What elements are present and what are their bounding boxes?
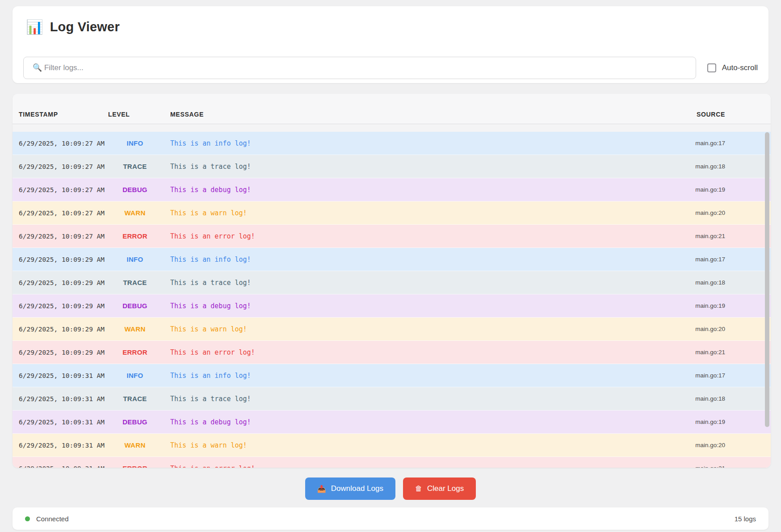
source-cell: main.go:20: [639, 442, 764, 448]
timestamp-cell: 6/29/2025, 10:09:27 AM: [19, 186, 106, 193]
level-badge: TRACE: [106, 279, 164, 286]
message-cell: This is a debug log!: [164, 186, 639, 194]
trash-icon: 🗑: [415, 485, 422, 493]
connected-dot-icon: [25, 516, 30, 521]
connection-status-label: Connected: [36, 515, 69, 523]
source-cell: main.go:21: [639, 349, 764, 356]
message-cell: This is an info log!: [164, 256, 639, 264]
download-logs-label: Download Logs: [331, 484, 383, 493]
message-cell: This is an error log!: [164, 232, 639, 240]
source-cell: main.go:17: [639, 256, 764, 263]
clear-logs-label: Clear Logs: [427, 484, 464, 493]
message-cell: This is an error log!: [164, 465, 639, 468]
bar-chart-icon: 📊: [26, 20, 43, 34]
timestamp-cell: 6/29/2025, 10:09:31 AM: [19, 442, 106, 449]
source-cell: main.go:18: [639, 279, 764, 286]
source-cell: main.go:17: [639, 140, 764, 147]
timestamp-cell: 6/29/2025, 10:09:27 AM: [19, 163, 106, 170]
actions-row: 📥 Download Logs 🗑 Clear Logs: [0, 478, 781, 500]
log-row: 6/29/2025, 10:09:29 AM TRACE This is a t…: [13, 271, 771, 294]
source-cell: main.go:18: [639, 395, 764, 402]
autoscroll-checkbox[interactable]: [707, 63, 716, 72]
log-row: 6/29/2025, 10:09:31 AM TRACE This is a t…: [13, 387, 771, 411]
log-table: TIMESTAMP LEVEL MESSAGE SOURCE 6/29/2025…: [13, 94, 771, 468]
connection-status: Connected: [25, 515, 69, 523]
log-row: 6/29/2025, 10:09:29 AM WARN This is a wa…: [13, 318, 771, 341]
level-badge: WARN: [106, 325, 164, 333]
timestamp-cell: 6/29/2025, 10:09:29 AM: [19, 326, 106, 333]
message-cell: This is an info log!: [164, 372, 639, 380]
message-cell: This is a warn log!: [164, 441, 639, 449]
timestamp-cell: 6/29/2025, 10:09:31 AM: [19, 465, 106, 468]
column-header-source: SOURCE: [639, 111, 764, 118]
source-cell: main.go:19: [639, 419, 764, 425]
level-badge: TRACE: [106, 395, 164, 402]
timestamp-cell: 6/29/2025, 10:09:31 AM: [19, 419, 106, 426]
source-cell: main.go:19: [639, 186, 764, 193]
timestamp-cell: 6/29/2025, 10:09:27 AM: [19, 209, 106, 217]
level-badge: DEBUG: [106, 418, 164, 426]
source-cell: main.go:18: [639, 163, 764, 170]
source-cell: main.go:20: [639, 209, 764, 216]
scrollbar-thumb[interactable]: [765, 132, 769, 427]
timestamp-cell: 6/29/2025, 10:09:29 AM: [19, 349, 106, 356]
log-row: 6/29/2025, 10:09:31 AM DEBUG This is a d…: [13, 411, 771, 434]
header-card: 📊 Log Viewer Auto-scroll: [13, 6, 768, 83]
log-row: 6/29/2025, 10:09:27 AM ERROR This is an …: [13, 225, 771, 248]
log-row: 6/29/2025, 10:09:31 AM ERROR This is an …: [13, 457, 771, 468]
autoscroll-label: Auto-scroll: [722, 63, 758, 72]
message-cell: This is a trace log!: [164, 279, 639, 287]
log-row: 6/29/2025, 10:09:27 AM DEBUG This is a d…: [13, 178, 771, 201]
filter-logs-input[interactable]: [23, 57, 696, 79]
message-cell: This is a trace log!: [164, 163, 639, 171]
source-cell: main.go:21: [639, 465, 764, 468]
message-cell: This is an error log!: [164, 348, 639, 356]
log-row: 6/29/2025, 10:09:27 AM WARN This is a wa…: [13, 201, 771, 225]
column-header-level: LEVEL: [106, 111, 164, 118]
message-cell: This is a warn log!: [164, 209, 639, 217]
level-badge: INFO: [106, 372, 164, 379]
log-row: 6/29/2025, 10:09:31 AM WARN This is a wa…: [13, 434, 771, 457]
level-badge: WARN: [106, 209, 164, 217]
log-row: 6/29/2025, 10:09:27 AM TRACE This is a t…: [13, 155, 771, 178]
search-row: Auto-scroll: [23, 57, 758, 79]
source-cell: main.go:21: [639, 233, 764, 239]
message-cell: This is an info log!: [164, 139, 639, 147]
log-row: 6/29/2025, 10:09:29 AM ERROR This is an …: [13, 341, 771, 364]
level-badge: DEBUG: [106, 186, 164, 193]
source-cell: main.go:20: [639, 326, 764, 332]
clear-logs-button[interactable]: 🗑 Clear Logs: [403, 478, 476, 500]
timestamp-cell: 6/29/2025, 10:09:31 AM: [19, 395, 106, 402]
title-row: 📊 Log Viewer: [13, 6, 768, 34]
level-badge: WARN: [106, 441, 164, 449]
message-cell: This is a debug log!: [164, 302, 639, 310]
level-badge: INFO: [106, 256, 164, 263]
log-row: 6/29/2025, 10:09:29 AM INFO This is an i…: [13, 248, 771, 271]
message-cell: This is a trace log!: [164, 395, 639, 403]
level-badge: ERROR: [106, 465, 164, 468]
timestamp-cell: 6/29/2025, 10:09:29 AM: [19, 256, 106, 263]
table-header-row: TIMESTAMP LEVEL MESSAGE SOURCE: [13, 94, 771, 124]
level-badge: INFO: [106, 139, 164, 147]
timestamp-cell: 6/29/2025, 10:09:27 AM: [19, 140, 106, 147]
timestamp-cell: 6/29/2025, 10:09:27 AM: [19, 233, 106, 240]
page-title: Log Viewer: [50, 20, 120, 34]
download-icon: 📥: [317, 485, 326, 493]
timestamp-cell: 6/29/2025, 10:09:31 AM: [19, 372, 106, 379]
message-cell: This is a debug log!: [164, 418, 639, 426]
level-badge: DEBUG: [106, 302, 164, 310]
log-count: 15 logs: [735, 515, 756, 523]
timestamp-cell: 6/29/2025, 10:09:29 AM: [19, 279, 106, 286]
autoscroll-toggle[interactable]: Auto-scroll: [707, 63, 758, 72]
log-row: 6/29/2025, 10:09:31 AM INFO This is an i…: [13, 364, 771, 387]
column-header-message: MESSAGE: [164, 111, 639, 118]
log-row: 6/29/2025, 10:09:29 AM DEBUG This is a d…: [13, 294, 771, 318]
scroll-spacer: [13, 124, 771, 132]
source-cell: main.go:17: [639, 372, 764, 379]
level-badge: TRACE: [106, 163, 164, 170]
status-bar: Connected 15 logs: [13, 507, 768, 530]
log-row: 6/29/2025, 10:09:27 AM INFO This is an i…: [13, 132, 771, 155]
source-cell: main.go:19: [639, 302, 764, 309]
download-logs-button[interactable]: 📥 Download Logs: [305, 478, 395, 500]
timestamp-cell: 6/29/2025, 10:09:29 AM: [19, 302, 106, 310]
